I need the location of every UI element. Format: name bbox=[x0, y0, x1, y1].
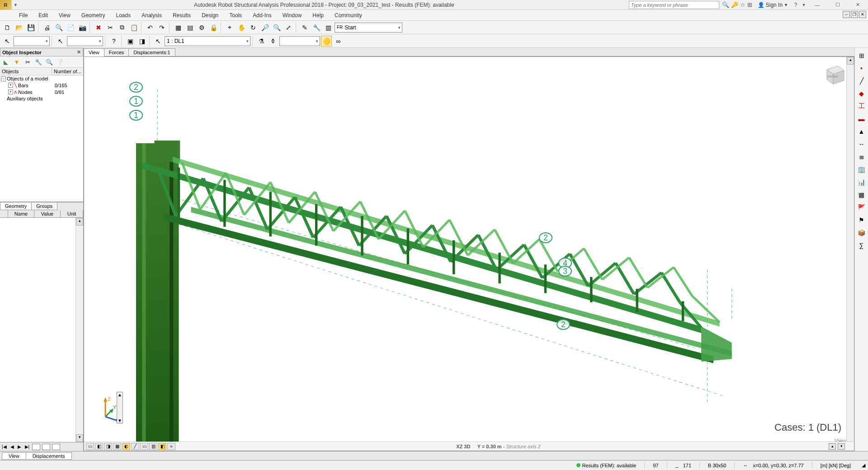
tab-forces[interactable]: Forces bbox=[104, 48, 129, 56]
menu-design[interactable]: Design bbox=[196, 11, 224, 20]
filter2-icon[interactable]: ⚱ bbox=[268, 36, 278, 47]
section-icon[interactable]: 工 bbox=[857, 101, 867, 111]
building-icon[interactable]: 🏢 bbox=[857, 164, 867, 174]
vp-chevron-icon[interactable]: » bbox=[167, 443, 175, 450]
vp-icon[interactable]: ◨ bbox=[104, 443, 112, 450]
doctab-displacements[interactable]: Displacements bbox=[26, 452, 72, 460]
filter-wrench-icon[interactable]: 🔧 bbox=[34, 58, 42, 66]
key-icon[interactable]: 🔑 bbox=[731, 1, 738, 8]
spin-down-icon[interactable]: ▾ bbox=[838, 443, 845, 450]
tree-row[interactable]: +╲ Bars 0/165 bbox=[0, 82, 83, 89]
case-cursor-icon[interactable]: ↖ bbox=[153, 36, 164, 47]
search-icon[interactable]: 🔍 bbox=[45, 58, 53, 66]
slider-down-icon[interactable]: ▼ bbox=[117, 418, 123, 423]
delete-icon[interactable]: ✖ bbox=[93, 22, 104, 33]
scroll-down-icon[interactable]: ▾ bbox=[76, 434, 83, 442]
maximize-button[interactable]: ☐ bbox=[827, 0, 848, 10]
section-red-icon[interactable]: ◆ bbox=[857, 89, 867, 99]
load-case-selector[interactable]: 1 : DL1 bbox=[165, 36, 250, 46]
help-icon[interactable]: ❔ bbox=[56, 58, 64, 66]
filter-icon[interactable]: ⚗ bbox=[256, 36, 267, 47]
table-icon[interactable]: ▤ bbox=[184, 22, 195, 33]
zoom-window-icon[interactable]: ⌖ bbox=[224, 22, 235, 33]
filter-green-icon[interactable]: ◣ bbox=[2, 58, 10, 66]
save-icon[interactable]: 💾 bbox=[25, 22, 36, 33]
3d-viewport[interactable]: 2 1 1 2 4 3 2 Cases: 1 (DL1) View Z Y X … bbox=[84, 56, 854, 451]
inspector-close-button[interactable]: ✕ bbox=[77, 49, 81, 55]
vp-icon[interactable]: ╱ bbox=[131, 443, 139, 450]
menu-community[interactable]: Community bbox=[329, 11, 368, 20]
scroll-up-icon[interactable]: ▴ bbox=[847, 57, 854, 65]
help-dropdown-icon[interactable]: ▼ bbox=[801, 3, 807, 7]
bar-icon[interactable]: ╱ bbox=[857, 76, 867, 86]
minimize-button[interactable]: — bbox=[807, 0, 827, 10]
app-store-icon[interactable]: ⊞ bbox=[747, 1, 752, 8]
calc-icon[interactable]: ⚙ bbox=[196, 22, 207, 33]
menu-addins[interactable]: Add-Ins bbox=[247, 11, 277, 20]
dim-icon[interactable]: ↔ bbox=[857, 139, 867, 149]
snap-icon[interactable]: ⊞ bbox=[857, 51, 867, 61]
pan-icon[interactable]: ✋ bbox=[236, 22, 247, 33]
vp-icon[interactable]: ◧ bbox=[95, 443, 103, 450]
view-cube[interactable]: FRONT bbox=[822, 61, 848, 87]
view-slider[interactable]: ▲ ▼ bbox=[117, 392, 123, 423]
page-setup-icon[interactable]: 📄 bbox=[65, 22, 76, 33]
menu-file[interactable]: File bbox=[14, 11, 33, 20]
nav-first-icon[interactable]: |◀ bbox=[1, 444, 8, 449]
print-icon[interactable]: 🖨 bbox=[42, 22, 52, 33]
bar-selection-combo[interactable] bbox=[67, 36, 103, 46]
vp-icon[interactable]: ▭ bbox=[140, 443, 148, 450]
layers-icon[interactable]: ≣ bbox=[857, 152, 867, 162]
menu-help[interactable]: Help bbox=[307, 11, 329, 20]
cut-icon[interactable]: ✂ bbox=[105, 22, 116, 33]
calc-sum-icon[interactable]: ∑ bbox=[857, 240, 867, 250]
vp-icon[interactable]: ◧ bbox=[158, 443, 166, 450]
close-button[interactable]: ✕ bbox=[848, 0, 868, 10]
tool-link-icon[interactable]: ∞ bbox=[333, 36, 344, 47]
node-selection-combo[interactable] bbox=[14, 36, 50, 46]
signin-button[interactable]: 👤 Sign In ▼ bbox=[755, 2, 791, 8]
nav-last-icon[interactable]: ▶| bbox=[24, 444, 31, 449]
search-input[interactable] bbox=[629, 1, 719, 9]
star-icon[interactable]: ☆ bbox=[740, 1, 745, 8]
sheet-tab-2[interactable] bbox=[42, 444, 50, 450]
lock-icon[interactable]: 🔒 bbox=[208, 22, 219, 33]
open-icon[interactable]: 📂 bbox=[14, 22, 24, 33]
redo-icon[interactable]: ↷ bbox=[156, 22, 167, 33]
magnify-icon[interactable]: 🔎 bbox=[259, 22, 270, 33]
display-mode-icon[interactable]: 🟡 bbox=[321, 36, 332, 47]
menu-loads[interactable]: Loads bbox=[111, 11, 137, 20]
paste-icon[interactable]: 📋 bbox=[128, 22, 139, 33]
filter-cut-icon[interactable]: ✂ bbox=[24, 58, 32, 66]
mdi-restore-button[interactable]: ❐ bbox=[851, 11, 858, 18]
print-preview-icon[interactable]: 🔍 bbox=[53, 22, 64, 33]
cursor-icon[interactable]: ↖ bbox=[2, 36, 13, 47]
edit-selection-icon[interactable]: ✎ bbox=[299, 22, 310, 33]
cursor2-icon[interactable]: ↖ bbox=[55, 36, 66, 47]
mdi-close-button[interactable]: ✕ bbox=[859, 11, 866, 18]
window-icon[interactable]: ▣ bbox=[125, 36, 136, 47]
nav-prev-icon[interactable]: ◀ bbox=[9, 444, 15, 449]
nav-next-icon[interactable]: ▶ bbox=[17, 444, 22, 449]
layout-selector[interactable]: FRStart bbox=[335, 23, 402, 33]
filter-combo[interactable] bbox=[279, 36, 320, 46]
menu-analysis[interactable]: Analysis bbox=[136, 11, 167, 20]
select-help-icon[interactable]: ? bbox=[108, 36, 119, 47]
undo-icon[interactable]: ↶ bbox=[145, 22, 156, 33]
properties-scrollbar[interactable]: ▴ ▾ bbox=[75, 218, 83, 442]
rotate-icon[interactable]: ↻ bbox=[248, 22, 259, 33]
mdi-minimize-button[interactable]: ­– bbox=[843, 11, 850, 18]
tree-row[interactable]: -Objects of a model bbox=[0, 75, 83, 82]
cube-icon[interactable]: 📦 bbox=[857, 228, 867, 238]
wrench-icon[interactable]: 🔧 bbox=[311, 22, 322, 33]
menu-view[interactable]: View bbox=[53, 11, 76, 20]
filter-yellow-icon[interactable]: ▼ bbox=[13, 58, 21, 66]
app-logo[interactable]: R bbox=[0, 0, 12, 10]
vp-icon[interactable]: ▭ bbox=[86, 443, 94, 450]
menu-edit[interactable]: Edit bbox=[33, 11, 53, 20]
tree-row[interactable]: Auxiliary objects bbox=[0, 95, 83, 102]
help-button[interactable]: ? bbox=[791, 2, 801, 8]
sheet-tab-3[interactable] bbox=[52, 444, 60, 450]
doctab-view[interactable]: View bbox=[2, 452, 26, 460]
tree-row[interactable]: +ʌ Nodes 0/81 bbox=[0, 89, 83, 95]
